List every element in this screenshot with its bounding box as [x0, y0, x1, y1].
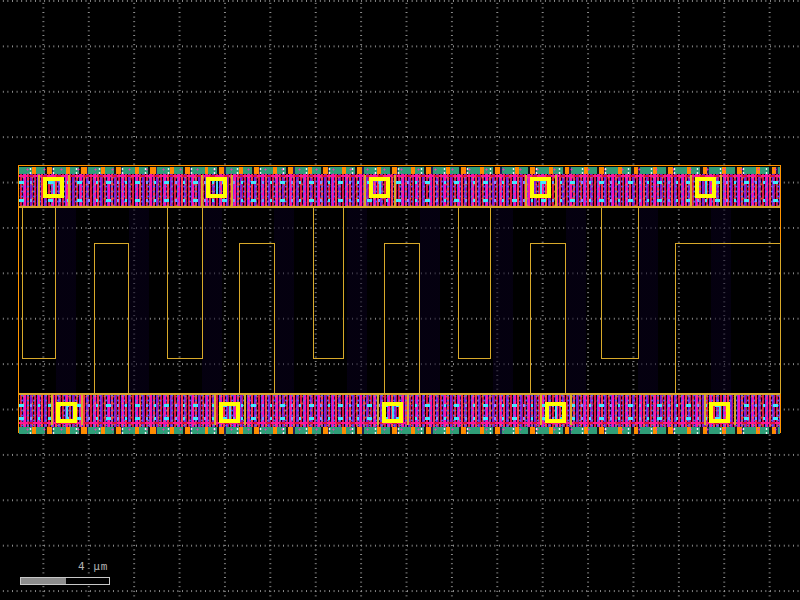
via-pad[interactable] [56, 402, 77, 423]
via-pad-contact [66, 406, 68, 419]
via-pad-contact [392, 406, 394, 419]
cell-tick [720, 175, 722, 206]
scale-bar-track [20, 577, 110, 585]
cell-tick [525, 175, 527, 206]
scale-bar-filled-segment [21, 578, 66, 584]
cell-tick [690, 175, 692, 206]
cell-tick [540, 393, 542, 425]
layout-cell[interactable] [18, 165, 781, 433]
implant-finger-up[interactable] [458, 206, 491, 359]
via-pad[interactable] [43, 177, 64, 198]
implant-finger-down[interactable] [239, 243, 275, 394]
implant-finger-up[interactable] [167, 206, 203, 359]
cell-tick [407, 393, 409, 425]
cell-tick [244, 393, 246, 425]
implant-finger-up[interactable] [601, 206, 639, 359]
cell-tick [231, 175, 233, 206]
cell-tick [377, 393, 379, 425]
cell-tick [81, 393, 83, 425]
via-pad[interactable] [382, 402, 403, 423]
implant-finger-up[interactable] [313, 206, 344, 359]
cell-tick [51, 393, 53, 425]
metal-strip-top [19, 175, 780, 177]
via-pad-contact [229, 406, 231, 419]
cell-tick [734, 393, 736, 425]
cell-tick [214, 393, 216, 425]
cell-tick [68, 175, 70, 206]
implant-finger-down[interactable] [384, 243, 420, 394]
top-rail [19, 167, 780, 174]
cell-tick [570, 393, 572, 425]
metal2-dashes-top-a [19, 181, 780, 184]
cell-tick [201, 175, 203, 206]
via-pad-contact [719, 406, 721, 419]
via-pad-contact [540, 181, 542, 194]
cell-tick [394, 175, 396, 206]
implant-finger-down[interactable] [530, 243, 566, 394]
via-pad[interactable] [369, 177, 390, 198]
via-pad-contact [53, 181, 55, 194]
implant-finger-up[interactable] [22, 206, 56, 359]
cell-tick [704, 393, 706, 425]
bottom-rail [19, 427, 780, 434]
via-pad[interactable] [709, 402, 730, 423]
scale-bar: 4 µm [20, 559, 110, 585]
via-pad[interactable] [530, 177, 551, 198]
cell-tick [364, 175, 366, 206]
via-pad[interactable] [206, 177, 227, 198]
via-pad-contact [379, 181, 381, 194]
via-pad-contact [555, 406, 557, 419]
metal2-dashes-top-b [19, 199, 780, 202]
via-pad[interactable] [695, 177, 716, 198]
via-pad[interactable] [219, 402, 240, 423]
layout-canvas[interactable]: 4 µm [0, 0, 800, 600]
via-pad[interactable] [545, 402, 566, 423]
via-pad-contact [216, 181, 218, 194]
implant-boundary-top [19, 206, 780, 208]
implant-finger-down[interactable] [94, 243, 129, 394]
via-pad-contact [705, 181, 707, 194]
scale-bar-label: 4 µm [78, 560, 109, 573]
cell-tick [555, 175, 557, 206]
implant-finger-down[interactable] [675, 243, 781, 394]
cell-tick [38, 175, 40, 206]
